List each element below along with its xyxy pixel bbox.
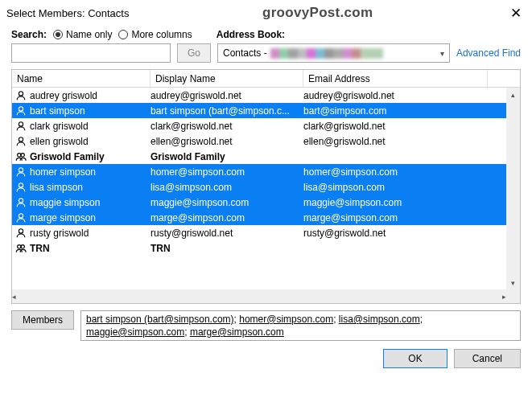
address-book-combo[interactable]: Contacts - ▾: [217, 43, 450, 63]
cell-email: rusty@griswold.net: [303, 228, 520, 239]
person-icon: [15, 121, 27, 132]
person-icon: [15, 105, 27, 117]
input-row: Go Contacts - ▾ Advanced Find: [0, 40, 532, 69]
members-field[interactable]: bart simpson (bart@simpson.com); homer@s…: [80, 310, 521, 341]
table-row[interactable]: Griswold FamilyGriswold Family: [12, 149, 520, 164]
table-row[interactable]: audrey griswoldaudrey@griswold.netaudrey…: [12, 88, 520, 103]
col-spacer: [488, 70, 520, 87]
cell-name: audrey griswold: [30, 90, 97, 101]
cell-email: ellen@griswold.net: [303, 136, 520, 147]
table-row[interactable]: ellen griswoldellen@griswold.netellen@gr…: [12, 133, 520, 149]
watermark: groovyPost.com: [262, 5, 373, 21]
radio-dot-icon: [118, 30, 128, 39]
col-display[interactable]: Display Name: [151, 70, 303, 87]
cell-email: bart@simpson.com: [303, 105, 520, 117]
cell-name: lisa simpson: [30, 182, 83, 193]
redacted-text: [270, 48, 383, 59]
cell-display: maggie@simpson.com: [151, 197, 303, 208]
group-icon: [15, 151, 27, 162]
radio-dot-icon: [53, 30, 63, 39]
person-icon: [15, 90, 27, 101]
search-row: Search: Name only More columns Address B…: [0, 23, 532, 40]
cell-email: homer@simpson.com: [303, 166, 520, 178]
cell-email: clark@griswold.net: [303, 121, 520, 132]
table-body[interactable]: audrey griswoldaudrey@griswold.netaudrey…: [12, 88, 520, 303]
close-icon[interactable]: ✕: [506, 5, 526, 22]
cell-display: audrey@griswold.net: [151, 90, 303, 101]
cell-display: marge@simpson.com: [151, 212, 303, 224]
table-row[interactable]: clark griswoldclark@griswold.netclark@gr…: [12, 118, 520, 133]
person-icon: [15, 166, 27, 178]
table-row[interactable]: homer simpsonhomer@simpson.comhomer@simp…: [12, 164, 520, 179]
cell-email: audrey@griswold.net: [303, 90, 520, 101]
cell-name: TRN: [30, 243, 50, 254]
search-input[interactable]: [11, 43, 171, 63]
cell-display: Griswold Family: [151, 151, 303, 162]
cell-name: ellen griswold: [30, 136, 89, 147]
cell-display: clark@griswold.net: [151, 121, 303, 132]
cell-name: Griswold Family: [30, 151, 105, 162]
cell-name: marge simpson: [30, 212, 96, 224]
person-icon: [15, 182, 27, 193]
cell-display: ellen@griswold.net: [151, 136, 303, 147]
combo-text: Contacts -: [223, 47, 267, 59]
cell-name: bart simpson: [30, 105, 85, 117]
col-name[interactable]: Name: [12, 70, 151, 87]
cell-name: clark griswold: [30, 121, 89, 132]
chevron-down-icon: ▾: [440, 49, 444, 58]
cell-name: homer simpson: [30, 166, 96, 178]
person-icon: [15, 212, 27, 224]
radio-name-only[interactable]: Name only: [53, 29, 112, 40]
members-row: Members bart simpson (bart@simpson.com);…: [0, 304, 532, 341]
person-icon: [15, 136, 27, 147]
address-book-label: Address Book:: [217, 29, 285, 40]
advanced-find-link[interactable]: Advanced Find: [456, 47, 521, 59]
table-header: Name Display Name Email Address: [12, 70, 520, 88]
cell-name: rusty griswold: [30, 228, 89, 239]
cell-email: lisa@simpson.com: [303, 182, 520, 193]
cell-name: maggie simpson: [30, 197, 100, 208]
go-button[interactable]: Go: [177, 43, 211, 63]
col-email[interactable]: Email Address: [303, 70, 488, 87]
group-icon: [15, 243, 27, 254]
radio-more-columns[interactable]: More columns: [118, 29, 192, 40]
members-button[interactable]: Members: [11, 310, 74, 330]
table-row[interactable]: TRNTRN: [12, 240, 520, 256]
titlebar: Select Members: Contacts groovyPost.com …: [0, 0, 532, 23]
person-icon: [15, 197, 27, 208]
scroll-right-icon[interactable]: ▸: [502, 289, 506, 303]
scroll-down-icon[interactable]: ▾: [506, 276, 520, 289]
search-label: Search:: [11, 29, 47, 40]
cell-display: homer@simpson.com: [151, 166, 303, 178]
scroll-up-icon[interactable]: ▴: [506, 88, 520, 101]
table-row[interactable]: bart simpsonbart simpson (bart@simpson.c…: [12, 103, 520, 118]
contacts-table: Name Display Name Email Address audrey g…: [11, 69, 521, 304]
dialog-buttons: OK Cancel: [0, 341, 532, 368]
vertical-scrollbar[interactable]: ▴ ▾: [506, 88, 520, 289]
table-row[interactable]: maggie simpsonmaggie@simpson.commaggie@s…: [12, 195, 520, 210]
cell-display: lisa@simpson.com: [151, 182, 303, 193]
cell-email: maggie@simpson.com: [303, 197, 520, 208]
table-row[interactable]: lisa simpsonlisa@simpson.comlisa@simpson…: [12, 179, 520, 195]
window-title: Select Members: Contacts: [6, 7, 129, 19]
cell-email: marge@simpson.com: [303, 212, 520, 224]
horizontal-scrollbar[interactable]: ◂ ▸: [12, 289, 520, 303]
table-row[interactable]: marge simpsonmarge@simpson.commarge@simp…: [12, 210, 520, 225]
cell-display: rusty@griswold.net: [151, 228, 303, 239]
cancel-button[interactable]: Cancel: [454, 349, 521, 368]
person-icon: [15, 228, 27, 239]
cell-display: TRN: [151, 243, 303, 254]
cell-display: bart simpson (bart@simpson.c...: [151, 105, 303, 117]
table-row[interactable]: rusty griswoldrusty@griswold.netrusty@gr…: [12, 225, 520, 240]
ok-button[interactable]: OK: [383, 349, 447, 368]
